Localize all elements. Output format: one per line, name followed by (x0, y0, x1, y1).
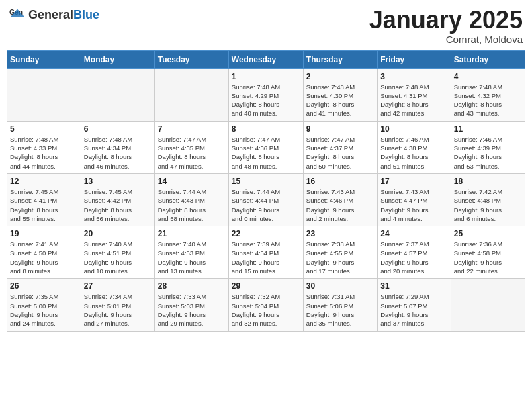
day-number: 14 (158, 177, 226, 186)
day-header-wednesday: Wednesday (228, 50, 303, 68)
day-info: Sunrise: 7:48 AM Sunset: 4:31 PM Dayligh… (380, 83, 447, 118)
calendar-week-row: 19Sunrise: 7:41 AM Sunset: 4:50 PM Dayli… (7, 226, 525, 279)
calendar-cell: 5Sunrise: 7:48 AM Sunset: 4:33 PM Daylig… (7, 121, 81, 173)
day-info: Sunrise: 7:47 AM Sunset: 4:35 PM Dayligh… (158, 135, 226, 171)
day-info: Sunrise: 7:34 AM Sunset: 5:01 PM Dayligh… (84, 292, 152, 328)
day-info: Sunrise: 7:40 AM Sunset: 4:51 PM Dayligh… (84, 240, 152, 275)
calendar-cell (81, 68, 154, 121)
day-number: 10 (380, 124, 447, 134)
day-number: 19 (10, 229, 78, 238)
day-number: 13 (84, 177, 152, 186)
calendar-week-row: 26Sunrise: 7:35 AM Sunset: 5:00 PM Dayli… (7, 279, 525, 331)
day-number: 5 (10, 124, 78, 134)
calendar-cell: 9Sunrise: 7:47 AM Sunset: 4:37 PM Daylig… (303, 121, 377, 173)
calendar-cell: 17Sunrise: 7:43 AM Sunset: 4:47 PM Dayli… (378, 173, 451, 226)
day-number: 4 (454, 72, 522, 81)
day-number: 3 (380, 72, 447, 81)
day-info: Sunrise: 7:36 AM Sunset: 4:58 PM Dayligh… (454, 240, 522, 275)
day-number: 1 (232, 72, 300, 81)
day-info: Sunrise: 7:39 AM Sunset: 4:54 PM Dayligh… (232, 240, 300, 275)
header: Gen GeneralBlue January 2025 Comrat, Mol… (7, 7, 525, 45)
day-number: 23 (306, 229, 374, 238)
day-info: Sunrise: 7:45 AM Sunset: 4:42 PM Dayligh… (84, 187, 152, 223)
day-info: Sunrise: 7:37 AM Sunset: 4:57 PM Dayligh… (380, 240, 447, 275)
day-info: Sunrise: 7:48 AM Sunset: 4:34 PM Dayligh… (84, 135, 152, 171)
day-info: Sunrise: 7:40 AM Sunset: 4:53 PM Dayligh… (158, 240, 226, 275)
calendar-cell: 4Sunrise: 7:48 AM Sunset: 4:32 PM Daylig… (451, 68, 525, 121)
calendar-cell: 25Sunrise: 7:36 AM Sunset: 4:58 PM Dayli… (451, 226, 525, 279)
day-number: 26 (10, 281, 78, 291)
day-number: 6 (84, 124, 152, 134)
calendar-cell (7, 68, 81, 121)
day-number: 9 (306, 124, 374, 134)
day-info: Sunrise: 7:31 AM Sunset: 5:06 PM Dayligh… (306, 292, 374, 328)
calendar-cell: 22Sunrise: 7:39 AM Sunset: 4:54 PM Dayli… (228, 226, 303, 279)
calendar-cell: 6Sunrise: 7:48 AM Sunset: 4:34 PM Daylig… (81, 121, 154, 173)
calendar-cell: 19Sunrise: 7:41 AM Sunset: 4:50 PM Dayli… (7, 226, 81, 279)
location: Comrat, Moldova (369, 34, 523, 45)
calendar-cell: 24Sunrise: 7:37 AM Sunset: 4:57 PM Dayli… (378, 226, 451, 279)
day-number: 2 (306, 72, 374, 81)
day-header-friday: Friday (378, 50, 451, 68)
logo-text: GeneralBlue (28, 9, 99, 21)
calendar-cell: 20Sunrise: 7:40 AM Sunset: 4:51 PM Dayli… (81, 226, 154, 279)
day-header-thursday: Thursday (303, 50, 377, 68)
month-title: January 2025 (369, 7, 523, 34)
day-header-tuesday: Tuesday (154, 50, 228, 68)
day-number: 29 (232, 281, 300, 291)
day-number: 7 (158, 124, 226, 134)
day-info: Sunrise: 7:47 AM Sunset: 4:36 PM Dayligh… (232, 135, 300, 171)
day-header-sunday: Sunday (7, 50, 81, 68)
calendar-cell: 23Sunrise: 7:38 AM Sunset: 4:55 PM Dayli… (303, 226, 377, 279)
day-number: 20 (84, 229, 152, 238)
day-info: Sunrise: 7:32 AM Sunset: 5:04 PM Dayligh… (232, 292, 300, 328)
calendar-cell: 21Sunrise: 7:40 AM Sunset: 4:53 PM Dayli… (154, 226, 228, 279)
calendar-cell: 3Sunrise: 7:48 AM Sunset: 4:31 PM Daylig… (378, 68, 451, 121)
day-number: 21 (158, 229, 226, 238)
calendar-cell: 31Sunrise: 7:29 AM Sunset: 5:07 PM Dayli… (378, 279, 451, 331)
calendar-cell: 30Sunrise: 7:31 AM Sunset: 5:06 PM Dayli… (303, 279, 377, 331)
logo-icon: Gen (9, 7, 26, 23)
day-info: Sunrise: 7:35 AM Sunset: 5:00 PM Dayligh… (10, 292, 78, 328)
day-number: 17 (380, 177, 447, 186)
day-number: 15 (232, 177, 300, 186)
day-info: Sunrise: 7:48 AM Sunset: 4:32 PM Dayligh… (454, 83, 522, 118)
calendar-cell: 15Sunrise: 7:44 AM Sunset: 4:44 PM Dayli… (228, 173, 303, 226)
day-number: 28 (158, 281, 226, 291)
day-number: 12 (10, 177, 78, 186)
calendar-cell: 12Sunrise: 7:45 AM Sunset: 4:41 PM Dayli… (7, 173, 81, 226)
calendar-cell: 11Sunrise: 7:46 AM Sunset: 4:39 PM Dayli… (451, 121, 525, 173)
day-info: Sunrise: 7:44 AM Sunset: 4:43 PM Dayligh… (158, 187, 226, 223)
calendar-cell: 29Sunrise: 7:32 AM Sunset: 5:04 PM Dayli… (228, 279, 303, 331)
calendar-header-row: SundayMondayTuesdayWednesdayThursdayFrid… (7, 50, 525, 68)
day-header-monday: Monday (81, 50, 154, 68)
day-info: Sunrise: 7:43 AM Sunset: 4:47 PM Dayligh… (380, 187, 447, 223)
calendar-cell (154, 68, 228, 121)
day-number: 31 (380, 281, 447, 291)
day-info: Sunrise: 7:48 AM Sunset: 4:33 PM Dayligh… (10, 135, 78, 171)
day-number: 18 (454, 177, 522, 186)
day-info: Sunrise: 7:46 AM Sunset: 4:38 PM Dayligh… (380, 135, 447, 171)
calendar-cell: 8Sunrise: 7:47 AM Sunset: 4:36 PM Daylig… (228, 121, 303, 173)
calendar-cell: 27Sunrise: 7:34 AM Sunset: 5:01 PM Dayli… (81, 279, 154, 331)
day-info: Sunrise: 7:48 AM Sunset: 4:30 PM Dayligh… (306, 83, 374, 118)
day-info: Sunrise: 7:42 AM Sunset: 4:48 PM Dayligh… (454, 187, 522, 223)
calendar-cell: 18Sunrise: 7:42 AM Sunset: 4:48 PM Dayli… (451, 173, 525, 226)
day-info: Sunrise: 7:46 AM Sunset: 4:39 PM Dayligh… (454, 135, 522, 171)
day-number: 30 (306, 281, 374, 291)
calendar-week-row: 12Sunrise: 7:45 AM Sunset: 4:41 PM Dayli… (7, 173, 525, 226)
calendar-cell: 28Sunrise: 7:33 AM Sunset: 5:03 PM Dayli… (154, 279, 228, 331)
day-info: Sunrise: 7:43 AM Sunset: 4:46 PM Dayligh… (306, 187, 374, 223)
day-number: 24 (380, 229, 447, 238)
day-info: Sunrise: 7:48 AM Sunset: 4:29 PM Dayligh… (232, 83, 300, 118)
day-info: Sunrise: 7:41 AM Sunset: 4:50 PM Dayligh… (10, 240, 78, 275)
day-info: Sunrise: 7:38 AM Sunset: 4:55 PM Dayligh… (306, 240, 374, 275)
calendar-week-row: 1Sunrise: 7:48 AM Sunset: 4:29 PM Daylig… (7, 68, 525, 121)
title-section: January 2025 Comrat, Moldova (369, 7, 523, 45)
calendar-cell (451, 279, 525, 331)
calendar-cell: 14Sunrise: 7:44 AM Sunset: 4:43 PM Dayli… (154, 173, 228, 226)
calendar-cell: 26Sunrise: 7:35 AM Sunset: 5:00 PM Dayli… (7, 279, 81, 331)
day-info: Sunrise: 7:33 AM Sunset: 5:03 PM Dayligh… (158, 292, 226, 328)
day-number: 8 (232, 124, 300, 134)
day-number: 25 (454, 229, 522, 238)
